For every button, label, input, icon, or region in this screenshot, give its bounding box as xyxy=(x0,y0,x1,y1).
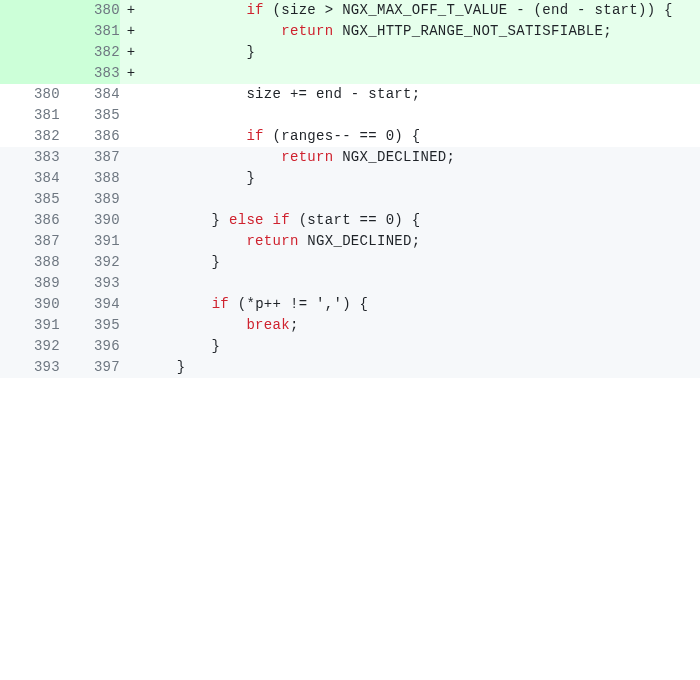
old-line-number[interactable] xyxy=(0,21,60,42)
old-line-number[interactable]: 391 xyxy=(0,315,60,336)
diff-marker xyxy=(120,210,142,231)
code-cell[interactable] xyxy=(142,63,700,84)
diff-row[interactable]: 382+ } xyxy=(0,42,700,63)
diff-row[interactable]: 380384 size += end - start; xyxy=(0,84,700,105)
code-cell[interactable] xyxy=(142,189,700,210)
code-cell[interactable]: return NGX_DECLINED; xyxy=(142,147,700,168)
new-line-number[interactable]: 385 xyxy=(60,105,120,126)
code-cell[interactable] xyxy=(142,273,700,294)
new-line-number[interactable]: 384 xyxy=(60,84,120,105)
new-line-number[interactable]: 382 xyxy=(60,42,120,63)
diff-row[interactable]: 385389 xyxy=(0,189,700,210)
code-token: } xyxy=(142,359,186,375)
new-line-number[interactable]: 390 xyxy=(60,210,120,231)
code-token: size += end - start; xyxy=(142,86,420,102)
code-cell[interactable]: } xyxy=(142,252,700,273)
old-line-number[interactable]: 382 xyxy=(0,126,60,147)
code-token: } xyxy=(142,338,220,354)
new-line-number[interactable]: 380 xyxy=(60,0,120,21)
diff-row[interactable]: 383387 return NGX_DECLINED; xyxy=(0,147,700,168)
code-cell[interactable]: return NGX_DECLINED; xyxy=(142,231,700,252)
keyword-token: return xyxy=(246,233,298,249)
code-token: } xyxy=(142,212,229,228)
old-line-number[interactable]: 386 xyxy=(0,210,60,231)
code-token: NGX_DECLINED; xyxy=(299,233,421,249)
old-line-number[interactable]: 385 xyxy=(0,189,60,210)
new-line-number[interactable]: 391 xyxy=(60,231,120,252)
new-line-number[interactable]: 392 xyxy=(60,252,120,273)
keyword-token: if xyxy=(212,296,229,312)
new-line-number[interactable]: 397 xyxy=(60,357,120,378)
diff-row[interactable]: 389393 xyxy=(0,273,700,294)
code-cell[interactable]: return NGX_HTTP_RANGE_NOT_SATISFIABLE; xyxy=(142,21,700,42)
diff-marker xyxy=(120,126,142,147)
keyword-token: else if xyxy=(229,212,290,228)
keyword-token: if xyxy=(246,2,263,18)
new-line-number[interactable]: 386 xyxy=(60,126,120,147)
code-cell[interactable]: if (*p++ != ',') { xyxy=(142,294,700,315)
code-token xyxy=(142,149,281,165)
diff-marker xyxy=(120,147,142,168)
new-line-number[interactable]: 387 xyxy=(60,147,120,168)
new-line-number[interactable]: 396 xyxy=(60,336,120,357)
old-line-number[interactable] xyxy=(0,63,60,84)
diff-row[interactable]: 383+ xyxy=(0,63,700,84)
code-cell[interactable]: } else if (start == 0) { xyxy=(142,210,700,231)
old-line-number[interactable]: 380 xyxy=(0,84,60,105)
new-line-number[interactable]: 394 xyxy=(60,294,120,315)
old-line-number[interactable]: 393 xyxy=(0,357,60,378)
old-line-number[interactable]: 384 xyxy=(0,168,60,189)
code-token: (ranges-- == 0) { xyxy=(264,128,421,144)
diff-row[interactable]: 380+ if (size > NGX_MAX_OFF_T_VALUE - (e… xyxy=(0,0,700,21)
diff-row[interactable]: 393397 } xyxy=(0,357,700,378)
diff-row[interactable]: 381+ return NGX_HTTP_RANGE_NOT_SATISFIAB… xyxy=(0,21,700,42)
code-token: (start == 0) { xyxy=(290,212,421,228)
code-cell[interactable]: } xyxy=(142,357,700,378)
old-line-number[interactable]: 383 xyxy=(0,147,60,168)
old-line-number[interactable]: 389 xyxy=(0,273,60,294)
diff-row[interactable]: 387391 return NGX_DECLINED; xyxy=(0,231,700,252)
diff-marker xyxy=(120,105,142,126)
code-token xyxy=(142,128,246,144)
old-line-number[interactable]: 390 xyxy=(0,294,60,315)
diff-row[interactable]: 391395 break; xyxy=(0,315,700,336)
code-cell[interactable]: } xyxy=(142,336,700,357)
old-line-number[interactable]: 387 xyxy=(0,231,60,252)
diff-marker xyxy=(120,231,142,252)
diff-row[interactable]: 390394 if (*p++ != ',') { xyxy=(0,294,700,315)
keyword-token: return xyxy=(281,23,333,39)
code-cell[interactable]: size += end - start; xyxy=(142,84,700,105)
code-cell[interactable]: if (size > NGX_MAX_OFF_T_VALUE - (end - … xyxy=(142,0,700,21)
old-line-number[interactable] xyxy=(0,0,60,21)
code-token: (*p++ != ',') { xyxy=(229,296,368,312)
diff-row[interactable]: 382386 if (ranges-- == 0) { xyxy=(0,126,700,147)
new-line-number[interactable]: 393 xyxy=(60,273,120,294)
code-cell[interactable]: break; xyxy=(142,315,700,336)
code-cell[interactable]: } xyxy=(142,168,700,189)
code-cell[interactable]: } xyxy=(142,42,700,63)
diff-row[interactable]: 381385 xyxy=(0,105,700,126)
diff-marker xyxy=(120,357,142,378)
old-line-number[interactable] xyxy=(0,42,60,63)
old-line-number[interactable]: 381 xyxy=(0,105,60,126)
diff-row[interactable]: 386390 } else if (start == 0) { xyxy=(0,210,700,231)
diff-row[interactable]: 384388 } xyxy=(0,168,700,189)
code-cell[interactable] xyxy=(142,105,700,126)
code-cell[interactable]: if (ranges-- == 0) { xyxy=(142,126,700,147)
code-token xyxy=(142,296,212,312)
code-token: (size > NGX_MAX_OFF_T_VALUE - (end - sta… xyxy=(264,2,673,18)
diff-marker: + xyxy=(120,0,142,21)
code-token: } xyxy=(142,254,220,270)
diff-body: 380+ if (size > NGX_MAX_OFF_T_VALUE - (e… xyxy=(0,0,700,378)
new-line-number[interactable]: 395 xyxy=(60,315,120,336)
old-line-number[interactable]: 392 xyxy=(0,336,60,357)
old-line-number[interactable]: 388 xyxy=(0,252,60,273)
new-line-number[interactable]: 389 xyxy=(60,189,120,210)
new-line-number[interactable]: 388 xyxy=(60,168,120,189)
new-line-number[interactable]: 383 xyxy=(60,63,120,84)
diff-row[interactable]: 388392 } xyxy=(0,252,700,273)
diff-row[interactable]: 392396 } xyxy=(0,336,700,357)
new-line-number[interactable]: 381 xyxy=(60,21,120,42)
diff-marker xyxy=(120,273,142,294)
diff-marker: + xyxy=(120,63,142,84)
